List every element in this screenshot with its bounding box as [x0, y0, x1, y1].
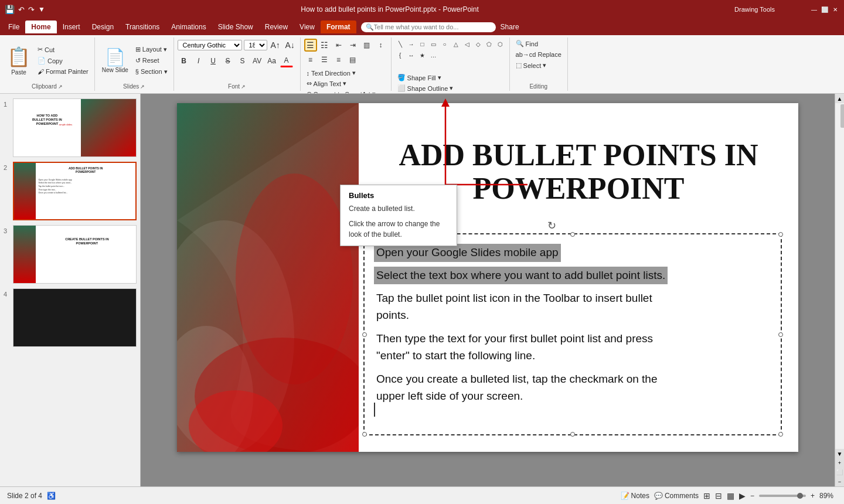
- shape-bracket[interactable]: {: [395, 50, 406, 60]
- font-expand-icon[interactable]: ↗: [241, 84, 246, 90]
- menu-animations[interactable]: Animations: [165, 21, 212, 33]
- replace-btn[interactable]: ab→cd Replace: [513, 50, 564, 59]
- font-family-select[interactable]: Century Gothic: [178, 40, 242, 50]
- slide-thumbnail-2[interactable]: 2 ADD BULLET POINTS INPOWERPOINT Open yo…: [4, 162, 137, 220]
- handle-mid-left[interactable]: [362, 332, 367, 337]
- italic-btn[interactable]: I: [192, 55, 205, 67]
- copy-button[interactable]: 📄 Copy: [35, 56, 91, 66]
- menu-home[interactable]: Home: [25, 21, 56, 33]
- scroll-zoom-down[interactable]: −: [835, 477, 845, 486]
- view-normal-btn[interactable]: ⊞: [703, 491, 710, 500]
- new-slide-button[interactable]: 📄 New Slide: [98, 45, 132, 76]
- scroll-zoom-up[interactable]: +: [835, 458, 845, 468]
- font-color-btn[interactable]: A: [280, 55, 293, 67]
- shape-penta[interactable]: ⬠: [484, 39, 495, 49]
- text-direction-btn[interactable]: ↕ Text Direction ▾: [304, 68, 378, 78]
- comments-btn[interactable]: 💬 Comments: [654, 492, 699, 500]
- shape-rounded-rect[interactable]: ▭: [428, 39, 439, 49]
- char-space-btn[interactable]: AV: [251, 55, 264, 67]
- menu-review[interactable]: Review: [259, 21, 294, 33]
- scroll-page-view[interactable]: ⬜: [835, 468, 845, 477]
- shape-more[interactable]: …: [428, 50, 439, 60]
- close-btn[interactable]: ✕: [831, 5, 839, 13]
- find-btn[interactable]: 🔍 Find: [513, 39, 540, 49]
- shape-star[interactable]: ★: [417, 50, 428, 60]
- align-left-btn[interactable]: ≡: [304, 53, 317, 66]
- handle-top-right[interactable]: [778, 232, 783, 237]
- align-text-btn[interactable]: ⇔ Align Text ▾: [304, 79, 378, 88]
- layout-button[interactable]: ⊞ Layout ▾: [133, 45, 170, 55]
- shape-line[interactable]: ╲: [395, 39, 406, 49]
- shape-dbl-arrow[interactable]: ↔: [406, 50, 417, 60]
- customize-icon[interactable]: ▼: [38, 5, 45, 13]
- strikethrough-btn[interactable]: S: [222, 55, 234, 67]
- convert-smartart-btn[interactable]: ⊙ Convert to SmartArt ▾: [304, 89, 378, 94]
- minimize-btn[interactable]: —: [810, 5, 818, 13]
- justify-btn[interactable]: ▤: [346, 53, 359, 66]
- slide-preview-4[interactable]: [13, 288, 137, 347]
- section-button[interactable]: § Section ▾: [133, 67, 170, 77]
- cut-button[interactable]: ✂ Cut: [35, 45, 91, 55]
- view-slideshow-btn[interactable]: ▶: [739, 491, 746, 500]
- rotate-handle[interactable]: ↻: [547, 219, 557, 229]
- shadow-btn[interactable]: S: [236, 55, 249, 67]
- shape-diamond[interactable]: ◇: [473, 39, 484, 49]
- shape-fill-btn[interactable]: 🪣 Shape Fill ▾: [395, 73, 506, 83]
- handle-mid-right[interactable]: [778, 332, 783, 337]
- menu-view[interactable]: View: [294, 21, 321, 33]
- handle-bot-right[interactable]: [778, 432, 783, 437]
- share-button[interactable]: Share: [501, 23, 519, 31]
- bullets-btn[interactable]: ☰: [304, 39, 317, 52]
- view-slide-sorter-btn[interactable]: ⊟: [715, 491, 722, 500]
- increase-indent-btn[interactable]: ⇥: [346, 39, 359, 52]
- menu-file[interactable]: File: [2, 21, 25, 33]
- undo-icon[interactable]: ↶: [18, 5, 25, 14]
- zoom-slider[interactable]: [759, 495, 806, 497]
- align-right-btn[interactable]: ≡: [332, 53, 345, 66]
- maximize-btn[interactable]: ⬜: [821, 5, 829, 13]
- slides-expand-icon[interactable]: ↗: [140, 84, 145, 90]
- slide-preview-3[interactable]: CREATE BULLET POINTS INPOWERPOINT: [13, 225, 137, 284]
- slide-thumbnail-3[interactable]: 3 CREATE BULLET POINTS INPOWERPOINT: [4, 225, 137, 284]
- menu-insert[interactable]: Insert: [57, 21, 86, 33]
- center-btn[interactable]: ☰: [318, 53, 331, 66]
- text-box[interactable]: Open your Google Slides mobile app Selec…: [363, 233, 782, 435]
- redo-icon[interactable]: ↷: [28, 5, 35, 14]
- menu-transitions[interactable]: Transitions: [120, 21, 165, 33]
- scroll-thumb[interactable]: [840, 104, 845, 128]
- slide-preview-2[interactable]: ADD BULLET POINTS INPOWERPOINT Open your…: [13, 162, 137, 220]
- menu-design[interactable]: Design: [86, 21, 120, 33]
- slide-preview-1[interactable]: HOW TO ADDBULLET POINTS INPOWERPOINT sim…: [13, 98, 137, 157]
- increase-font-btn[interactable]: A↑: [269, 39, 282, 52]
- search-input[interactable]: [374, 23, 491, 30]
- notes-btn[interactable]: 📝 Notes: [621, 492, 649, 500]
- numbering-btn[interactable]: ☷: [318, 39, 331, 52]
- line-spacing-btn[interactable]: ↕: [375, 39, 387, 52]
- font-size-select[interactable]: 18: [244, 40, 267, 50]
- bold-btn[interactable]: B: [178, 55, 190, 67]
- view-reading-btn[interactable]: ▦: [727, 491, 734, 500]
- menu-format[interactable]: Format: [321, 21, 356, 33]
- slide-thumbnail-1[interactable]: 1 HOW TO ADDBULLET POINTS INPOWERPOINT s…: [4, 98, 137, 157]
- menu-slideshow[interactable]: Slide Show: [212, 21, 259, 33]
- shape-hex[interactable]: ⬡: [495, 39, 506, 49]
- scroll-down-btn[interactable]: ▼: [835, 449, 845, 458]
- handle-bot-left[interactable]: [362, 432, 367, 437]
- shape-rect[interactable]: □: [417, 39, 428, 49]
- save-icon[interactable]: 💾: [5, 5, 15, 14]
- zoom-out-btn[interactable]: −: [750, 492, 754, 500]
- clipboard-expand-icon[interactable]: ↗: [58, 84, 63, 90]
- shape-outline-btn[interactable]: ⬜ Shape Outline ▾: [395, 83, 506, 93]
- scroll-up-btn[interactable]: ▲: [835, 94, 845, 103]
- handle-top-center[interactable]: [570, 232, 575, 237]
- shape-oval[interactable]: ○: [440, 39, 450, 49]
- decrease-indent-btn[interactable]: ⇤: [332, 39, 345, 52]
- change-case-btn[interactable]: Aa: [266, 55, 278, 67]
- handle-bot-center[interactable]: [570, 432, 575, 437]
- slide-thumbnail-4[interactable]: 4: [4, 288, 137, 347]
- zoom-in-btn[interactable]: +: [811, 492, 815, 500]
- paste-button[interactable]: 📋 Paste: [4, 43, 34, 78]
- underline-btn[interactable]: U: [207, 55, 220, 67]
- reset-button[interactable]: ↺ Reset: [133, 56, 170, 66]
- zoom-level[interactable]: 89%: [819, 492, 837, 500]
